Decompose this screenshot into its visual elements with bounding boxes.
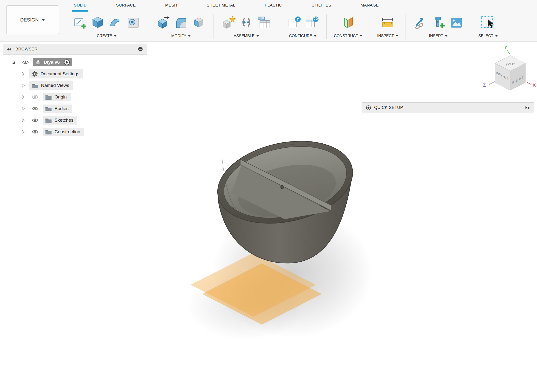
component-activate-radio[interactable] <box>64 59 70 65</box>
quick-setup-label: QUICK SETUP <box>374 105 522 110</box>
axis-x-label: X <box>533 83 536 88</box>
tree-item-label: Document Settings <box>41 71 79 77</box>
tree-item-chip[interactable]: Bodies <box>43 105 72 113</box>
expander-open-icon[interactable] <box>11 60 16 64</box>
tree-item-chip[interactable]: Named Views <box>29 81 73 90</box>
chevron-down-icon <box>360 35 362 37</box>
tree-item-label: Origin <box>55 94 67 100</box>
tree-row-construction[interactable]: Construction <box>3 126 147 138</box>
bom-table-icon[interactable] <box>257 15 272 30</box>
chevron-down-icon <box>188 35 191 37</box>
measure-icon[interactable] <box>380 15 395 30</box>
app-header: SOLID SURFACE MESH SHEET METAL PLASTIC U… <box>0 0 537 42</box>
tree-item-chip[interactable]: Origin <box>43 93 71 101</box>
expander-closed-icon[interactable] <box>21 106 25 111</box>
revolve-icon[interactable] <box>108 15 123 30</box>
axis-z-label: Z <box>483 83 486 88</box>
insert-label: INSERT <box>429 34 443 38</box>
configuration-table-icon[interactable] <box>304 15 319 30</box>
expander-closed-icon[interactable] <box>21 118 25 122</box>
chevron-down-icon <box>396 35 398 37</box>
configure-label: CONFIGURE <box>289 34 312 38</box>
toolbar-group-inspect: INSPECT <box>370 12 405 42</box>
toolbar-group-create: CREATE <box>65 12 148 42</box>
toolbar-group-modify: MODIFY <box>148 12 213 42</box>
inspect-label: INSPECT <box>377 34 394 38</box>
ribbon-toolbar: CREATE MODIFY <box>0 12 537 42</box>
press-pull-icon[interactable] <box>156 15 171 30</box>
shell-icon[interactable] <box>191 15 206 30</box>
tree-row-document-settings[interactable]: Document Settings <box>3 68 147 80</box>
eye-hidden-icon[interactable] <box>32 95 38 99</box>
folder-icon <box>45 94 52 100</box>
expander-closed-icon[interactable] <box>21 95 25 99</box>
toolbar-group-construct: CONSTRUCT <box>327 12 370 42</box>
assemble-dropdown[interactable]: ASSEMBLE <box>234 34 259 38</box>
eye-icon[interactable] <box>22 60 29 64</box>
tab-sheet-metal[interactable]: SHEET METAL <box>205 0 237 12</box>
create-sketch-icon[interactable] <box>72 15 87 30</box>
ribbon-tabbar: SOLID SURFACE MESH SHEET METAL PLASTIC U… <box>0 0 537 12</box>
insert-derive-icon[interactable] <box>413 15 428 30</box>
new-component-icon[interactable] <box>221 15 236 30</box>
tree-item-label: Named Views <box>41 83 69 88</box>
configure-dropdown[interactable]: CONFIGURE <box>289 34 317 38</box>
insert-dropdown[interactable]: INSERT <box>429 34 448 38</box>
tree-item-chip[interactable]: Document Settings <box>29 69 83 78</box>
select-dropdown[interactable]: SELECT <box>478 34 498 38</box>
hole-icon[interactable] <box>126 15 141 30</box>
configuration-icon[interactable] <box>286 15 301 30</box>
tree-item-chip[interactable]: Sketches <box>43 116 77 125</box>
tab-utilities[interactable]: UTILITIES <box>310 0 333 12</box>
browser-tree: Diya v6 Document Settings Named Views <box>3 55 147 138</box>
fusion-app-window: SOLID SURFACE MESH SHEET METAL PLASTIC U… <box>0 0 537 392</box>
chevron-down-icon <box>314 35 317 37</box>
tree-row-sketches[interactable]: Sketches <box>3 114 147 126</box>
expander-closed-icon[interactable] <box>21 130 25 134</box>
minimize-panel-icon[interactable] <box>138 47 143 52</box>
tree-item-label: Construction <box>55 129 80 134</box>
eye-icon[interactable] <box>32 118 38 122</box>
expander-closed-icon[interactable] <box>21 72 25 76</box>
tab-mesh[interactable]: MESH <box>164 0 179 12</box>
component-chip[interactable]: Diya v6 <box>33 58 72 66</box>
insert-image-icon[interactable] <box>449 15 464 30</box>
tree-row-origin[interactable]: Origin <box>3 91 147 103</box>
tree-item-label: Bodies <box>55 106 69 111</box>
folder-icon <box>45 106 52 112</box>
tree-row-root[interactable]: Diya v6 <box>3 56 147 68</box>
viewcube[interactable]: Y Z X TOP FRONT RIGHT <box>478 43 537 101</box>
joint-icon[interactable] <box>239 15 254 30</box>
tab-solid[interactable]: SOLID <box>72 0 88 12</box>
inspect-dropdown[interactable]: INSPECT <box>377 34 398 38</box>
browser-title: BROWSER <box>15 47 37 52</box>
quick-setup-bar[interactable]: QUICK SETUP <box>362 102 534 113</box>
expand-right-icon[interactable] <box>525 106 530 110</box>
eye-icon[interactable] <box>32 106 38 111</box>
extrude-icon[interactable] <box>90 15 105 30</box>
construction-plane-icon[interactable] <box>341 15 356 30</box>
plus-circle-icon <box>366 105 371 110</box>
modify-dropdown[interactable]: MODIFY <box>171 34 191 38</box>
toolbar-group-select: SELECT <box>471 12 505 42</box>
chevron-down-icon <box>256 35 259 37</box>
collapse-panel-icon[interactable] <box>7 48 12 51</box>
tab-manage[interactable]: MANAGE <box>359 0 380 12</box>
tab-surface[interactable]: SURFACE <box>115 0 137 12</box>
tree-row-bodies[interactable]: Bodies <box>3 103 147 114</box>
create-dropdown[interactable]: CREATE <box>97 34 117 38</box>
divider-hole <box>281 185 284 189</box>
toolbar-group-configure: CONFIGURE <box>279 12 326 42</box>
expander-closed-icon[interactable] <box>21 83 25 88</box>
select-icon[interactable] <box>480 14 496 31</box>
construct-label: CONSTRUCT <box>334 34 358 38</box>
tree-row-named-views[interactable]: Named Views <box>3 80 147 91</box>
eye-icon[interactable] <box>32 130 38 134</box>
construct-dropdown[interactable]: CONSTRUCT <box>334 34 362 38</box>
browser-panel: BROWSER Diya v6 <box>3 44 147 138</box>
tab-plastic[interactable]: PLASTIC <box>263 0 283 12</box>
chevron-down-icon <box>495 35 498 37</box>
insert-fastener-icon[interactable] <box>431 15 446 30</box>
fillet-icon[interactable] <box>173 15 188 30</box>
tree-item-chip[interactable]: Construction <box>43 128 84 136</box>
